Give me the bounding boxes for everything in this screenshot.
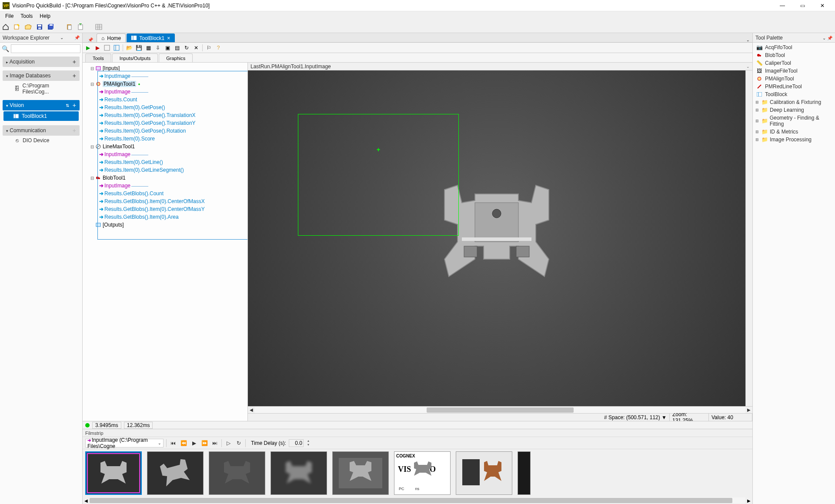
chevron-down-icon[interactable]: ⌄ (746, 64, 750, 69)
pin-icon[interactable]: 📌 (74, 35, 80, 40)
pm-count-node[interactable]: Results.Count (104, 97, 137, 103)
tab-toolblock1[interactable]: ToolBlock1 × (127, 33, 175, 42)
filmstrip-combo[interactable]: ➜InputImage (C:\Program Files\Cogne ⌄ (85, 439, 164, 447)
time-delay-input[interactable]: 0.0 (289, 439, 304, 447)
bl-count-node[interactable]: Results.GetBlobs().Count (104, 190, 164, 197)
saveall-icon[interactable] (47, 23, 55, 31)
inputs-node[interactable]: [Inputs] (103, 65, 120, 71)
sort-icon[interactable]: ⇅ (66, 103, 69, 108)
pm-input-node[interactable]: InputImage (104, 89, 130, 95)
lm-getline-node[interactable]: Results.Item(0).GetLine() (104, 159, 163, 165)
thumb-4[interactable] (271, 451, 327, 495)
outputs-node[interactable]: [Outputs] (103, 222, 124, 228)
palette-acqfifo[interactable]: 📷AcqFifoTool (755, 43, 833, 51)
play-icon[interactable]: ▶ (190, 439, 198, 447)
tool-tree[interactable]: ⊟[Inputs] ➜InputImage——— ⊟PMAlignTool1● … (83, 63, 248, 421)
subtab-graphics[interactable]: Graphics (159, 53, 193, 62)
thumb-6[interactable]: COGNEXVISROPC ns (394, 451, 451, 495)
subtab-tools[interactable]: Tools (85, 53, 111, 62)
section-acquisition[interactable]: ▸ Acquisition + (3, 57, 80, 67)
next-fast-icon[interactable]: ⏩ (200, 439, 208, 447)
palette-blob[interactable]: BlobTool (755, 51, 833, 59)
pm-rot-node[interactable]: Results.Item(0).GetPose().Rotation (104, 128, 186, 134)
lm-input-node[interactable]: InputImage (104, 151, 130, 157)
pin-icon[interactable]: 📌 (827, 36, 832, 40)
home-icon[interactable] (2, 23, 10, 31)
thumb-7[interactable] (456, 451, 512, 495)
palette-group-deeplearning[interactable]: ⊞📁Deep Learning (755, 106, 833, 114)
workspace-header[interactable]: Workspace Explorer ⌄ 📌 (0, 33, 82, 43)
palette-header[interactable]: Tool Palette ⌄ 📌 (753, 33, 835, 43)
pmalign-node[interactable]: PMAlignTool1 (103, 81, 136, 87)
help-icon[interactable]: ? (215, 44, 222, 51)
chevron-down-icon[interactable]: ⌄ (744, 38, 752, 42)
subtab-io[interactable]: Inputs/Outputs (112, 53, 158, 62)
menu-file[interactable]: File (2, 12, 17, 20)
plus-icon[interactable]: + (73, 102, 76, 109)
palette-group-id[interactable]: ⊞📁ID & Metrics (755, 128, 833, 136)
section-communication[interactable]: ▾ Communication + (3, 125, 80, 136)
bl-input-node[interactable]: InputImage (104, 183, 130, 189)
vision-toolblock1[interactable]: ToolBlock1 (3, 111, 79, 121)
tool6-icon[interactable]: ▤ (174, 44, 180, 51)
palette-toolblock[interactable]: ToolBlock (755, 90, 833, 98)
section-vision[interactable]: ▾ Vision ⇅ + (3, 100, 80, 110)
refresh-icon[interactable]: ↻ (183, 44, 190, 51)
save-icon[interactable] (36, 23, 43, 31)
palette-caliper[interactable]: 📏CaliperTool (755, 59, 833, 67)
tool3-icon[interactable]: ▦ (145, 44, 152, 51)
horizontal-scrollbar[interactable]: ◀ ▶ (248, 406, 752, 413)
thumb-8[interactable] (518, 451, 531, 495)
lm-getseg-node[interactable]: Results.Item(0).GetLineSegment() (104, 167, 184, 173)
section-image-databases[interactable]: ▾ Image Databases + (3, 70, 80, 81)
pin-icon[interactable]: 📌 (85, 37, 96, 42)
open-icon[interactable] (24, 23, 32, 31)
menu-help[interactable]: Help (36, 12, 54, 20)
loop-icon[interactable]: ↻ (235, 439, 243, 447)
play2-icon[interactable]: ▷ (224, 439, 232, 447)
run-continuous-icon[interactable]: ▶ (94, 44, 101, 51)
tab-home[interactable]: ⌂ Home (97, 33, 126, 42)
chevron-down-icon[interactable]: ⌄ (822, 36, 826, 40)
filmstrip-scrollbar[interactable]: ◀ ▶ (83, 497, 752, 504)
vertical-scrollbar[interactable] (745, 70, 752, 406)
flag-icon[interactable]: ⚐ (205, 44, 212, 51)
bl-cmx-node[interactable]: Results.GetBlobs().Item(0).CenterOfMassX (104, 198, 205, 204)
thumb-3[interactable] (209, 451, 265, 495)
filmstrip-thumbs[interactable]: COGNEXVISROPC ns (83, 449, 752, 497)
close-button[interactable]: ✕ (812, 0, 832, 11)
pm-tx-node[interactable]: Results.Item(0).GetPose().TranslationX (104, 112, 196, 118)
palette-pmalign[interactable]: PMAlignTool (755, 75, 833, 83)
palette-group-calibration[interactable]: ⊞📁Calibration & Fixturing (755, 98, 833, 106)
pm-getpose-node[interactable]: Results.Item(0).GetPose() (104, 104, 165, 110)
tool4-icon[interactable]: ⇩ (154, 44, 161, 51)
bl-area-node[interactable]: Results.GetBlobs().Item(0).Area (104, 214, 179, 220)
maximize-button[interactable]: ▭ (792, 0, 812, 11)
add-icon[interactable]: + (77, 23, 84, 31)
save-icon[interactable]: 💾 (135, 44, 142, 51)
run-icon[interactable]: ▶ (84, 44, 91, 51)
inputimage-node[interactable]: InputImage (104, 73, 130, 79)
thumb-5[interactable] (332, 451, 389, 495)
search-input[interactable] (11, 44, 80, 53)
tool1-icon[interactable] (104, 44, 110, 51)
dio-device-item[interactable]: ⎋ DIO Device (3, 136, 80, 145)
open-icon[interactable]: 📂 (126, 44, 133, 51)
pm-ty-node[interactable]: Results.Item(0).GetPose().TranslationY (104, 120, 196, 126)
paste-icon[interactable] (65, 23, 73, 31)
bl-cmy-node[interactable]: Results.GetBlobs().Item(0).CenterOfMassY (104, 206, 205, 212)
menu-tools[interactable]: Tools (17, 12, 36, 20)
palette-group-imageproc[interactable]: ⊞📁Image Processing (755, 136, 833, 144)
palette-imagefile[interactable]: 🖼ImageFileTool (755, 67, 833, 75)
thumb-1[interactable] (85, 451, 142, 495)
close-icon[interactable]: × (167, 35, 170, 41)
plus-icon[interactable]: + (73, 58, 76, 65)
prev-fast-icon[interactable]: ⏪ (180, 439, 187, 447)
grid-icon[interactable] (95, 23, 103, 31)
minimize-button[interactable]: — (772, 0, 792, 11)
tool2-icon[interactable] (113, 44, 120, 51)
image-db-item[interactable]: 🗄 C:\Program Files\Cog... (3, 81, 80, 97)
last-icon[interactable]: ⏭ (211, 439, 219, 447)
palette-group-geometry[interactable]: ⊞📁Geometry - Finding & Fitting (755, 114, 833, 128)
chevron-down-icon[interactable]: ⌄ (60, 35, 63, 40)
